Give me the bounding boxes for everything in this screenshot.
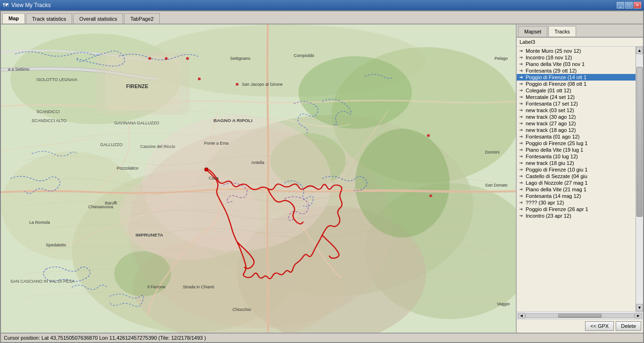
tracks-hscroll[interactable]: ◄ ► xyxy=(517,311,643,319)
track-item[interactable]: Colegale (01 ott 12) xyxy=(517,87,636,94)
track-item[interactable]: Fontesanta (29 ott 12) xyxy=(517,67,636,74)
track-item[interactable]: Castello di Sezzate (04 giu xyxy=(517,173,636,180)
scroll-down-button[interactable]: ▼ xyxy=(636,304,643,311)
gpx-button[interactable]: << GPX xyxy=(585,321,614,331)
tracks-list-container: Monte Muro (25 nov 12)Incontro (18 nov 1… xyxy=(517,47,636,311)
panel-tab-tracks[interactable]: Tracks xyxy=(548,26,576,36)
track-icon xyxy=(519,160,524,166)
svg-point-28 xyxy=(427,134,430,137)
track-icon xyxy=(519,121,524,126)
svg-text:Strada in Chianti: Strada in Chianti xyxy=(183,285,215,289)
track-item[interactable]: Poggio di Firenze (26 apr 1 xyxy=(517,206,636,212)
tab-map[interactable]: Map xyxy=(2,13,25,24)
tab-page2[interactable]: TabPage2 xyxy=(124,13,160,24)
svg-point-22 xyxy=(149,57,151,60)
close-button[interactable]: ✕ xyxy=(634,2,641,8)
track-item[interactable]: Fontesanta (17 set 12) xyxy=(517,100,636,107)
track-label: Fontesanta (10 lug 12) xyxy=(526,154,578,159)
app-icon: 🗺 xyxy=(3,2,8,8)
svg-text:IMPRUNETA: IMPRUNETA xyxy=(136,232,164,237)
scroll-thumb[interactable] xyxy=(636,67,643,217)
svg-text:Chiesanuova: Chiesanuova xyxy=(88,204,113,209)
track-item[interactable]: Fontesanta (01 ago 12) xyxy=(517,133,636,140)
track-icon xyxy=(519,88,524,93)
track-item[interactable]: Piano della Vite (03 nov 1 xyxy=(517,61,636,67)
track-item[interactable]: new track (18 ago 12) xyxy=(517,127,636,133)
track-label: Poggio di Firenze (10 giu 1 xyxy=(526,167,587,172)
cursor-position: Cursor position: Lat 43,75150507636870 L… xyxy=(4,335,206,341)
hscroll-thumb[interactable] xyxy=(558,314,602,318)
track-icon xyxy=(519,213,524,219)
delete-button[interactable]: Delete xyxy=(616,321,641,331)
panel-buttons: << GPX Delete xyxy=(517,319,643,333)
track-icon xyxy=(519,127,524,133)
tab-track-statistics[interactable]: Track statistics xyxy=(26,13,72,24)
track-item[interactable]: Incontro (23 apr 12) xyxy=(517,212,636,219)
track-label: ???? (30 apr 12) xyxy=(526,200,564,205)
minimize-button[interactable]: _ xyxy=(617,2,624,8)
track-item[interactable]: new track (18 giu 12) xyxy=(517,160,636,166)
track-label: Piano della Vite (03 nov 1 xyxy=(526,61,585,67)
tab-overall-statistics[interactable]: Overall statistics xyxy=(73,13,123,24)
hscroll-left-button[interactable]: ◄ xyxy=(518,313,525,318)
track-label: Incontro (23 apr 12) xyxy=(526,213,571,219)
svg-point-24 xyxy=(186,57,189,60)
track-icon xyxy=(519,74,524,80)
app-title: View My Tracks xyxy=(11,2,51,8)
track-label: new track (27 ago 12) xyxy=(526,121,576,126)
track-label: Poggio di Firenze (08 ott 1 xyxy=(526,81,586,87)
track-icon xyxy=(519,200,524,205)
svg-text:GALLUZZO: GALLUZZO xyxy=(100,142,123,147)
track-item[interactable]: Lago di Nozzole (27 mag 1 xyxy=(517,180,636,186)
hscroll-track xyxy=(525,313,635,318)
svg-point-26 xyxy=(205,168,208,172)
track-label: Poggio di Firenze (25 lug 1 xyxy=(526,140,587,146)
vertical-scrollbar[interactable]: ▲ ▼ xyxy=(636,47,643,311)
track-item[interactable]: Fontesanta (10 lug 12) xyxy=(517,153,636,160)
track-icon xyxy=(519,180,524,186)
track-icon xyxy=(519,140,524,146)
track-label: Colegale (01 ott 12) xyxy=(526,88,571,93)
track-item[interactable]: Poggio di Firenze (25 lug 1 xyxy=(517,140,636,147)
track-label: Piano della Vite (19 lug 1 xyxy=(526,147,583,153)
panel-tab-mapset[interactable]: Mapset xyxy=(518,26,547,36)
track-label: Piano della Vite (21 mag 1 xyxy=(526,187,586,192)
svg-text:SAN CASCIANO IN VAL DI PESA: SAN CASCIANO IN VAL DI PESA xyxy=(10,279,74,284)
track-item[interactable]: new track (30 ago 12) xyxy=(517,114,636,120)
track-icon xyxy=(519,206,524,212)
track-item[interactable]: new track (27 ago 12) xyxy=(517,120,636,127)
track-item[interactable]: new track (03 set 12) xyxy=(517,107,636,114)
track-item[interactable]: Piano della Vite (21 mag 1 xyxy=(517,186,636,193)
track-label: Castello di Sezzate (04 giu xyxy=(526,173,587,179)
track-item[interactable]: Monte Muro (25 nov 12) xyxy=(517,48,636,54)
track-item[interactable]: Poggio di Firenze (08 ott 1 xyxy=(517,81,636,87)
svg-text:GAVINANA GALLUZZO: GAVINANA GALLUZZO xyxy=(114,121,159,125)
svg-text:Cascine del Riccio: Cascine del Riccio xyxy=(140,144,175,149)
track-item[interactable]: Piano della Vite (19 lug 1 xyxy=(517,147,636,153)
track-item[interactable]: Fontesanta (14 mag 12) xyxy=(517,193,636,199)
hscroll-right-button[interactable]: ► xyxy=(635,313,642,318)
svg-text:a a Settimo: a a Settimo xyxy=(8,67,30,72)
track-item[interactable]: Poggio di Firenze (10 giu 1 xyxy=(517,166,636,173)
track-icon xyxy=(519,187,524,192)
tracks-list[interactable]: Monte Muro (25 nov 12)Incontro (18 nov 1… xyxy=(517,47,636,311)
maximize-button[interactable]: □ xyxy=(625,2,633,8)
scroll-up-button[interactable]: ▲ xyxy=(636,47,643,54)
track-label: new track (18 ago 12) xyxy=(526,127,576,133)
track-icon xyxy=(519,61,524,67)
track-item[interactable]: Poggio di Firenze (14 ott 1 xyxy=(517,74,636,81)
track-icon xyxy=(519,94,524,100)
svg-text:Spedaletto: Spedaletto xyxy=(46,243,66,247)
content-area: Settignano Compiobbi San Jacopo al Giron… xyxy=(1,24,643,333)
map-area[interactable]: Settignano Compiobbi San Jacopo al Giron… xyxy=(1,24,516,333)
svg-text:Compiobbi: Compiobbi xyxy=(294,53,314,58)
label3-text: Label3 xyxy=(517,38,643,47)
svg-text:San Jacopo al Girone: San Jacopo al Girone xyxy=(242,82,283,87)
panel-body: Label3 Monte Muro (25 nov 12)Incontro (1… xyxy=(517,38,643,333)
panel-tabs: Mapset Tracks xyxy=(517,24,643,38)
track-item[interactable]: ???? (30 apr 12) xyxy=(517,199,636,206)
track-item[interactable]: Mercatale (24 set 12) xyxy=(517,94,636,100)
svg-text:BAGNO A RIPOLI: BAGNO A RIPOLI xyxy=(214,118,253,123)
svg-point-29 xyxy=(429,195,432,197)
track-item[interactable]: Incontro (18 nov 12) xyxy=(517,54,636,61)
